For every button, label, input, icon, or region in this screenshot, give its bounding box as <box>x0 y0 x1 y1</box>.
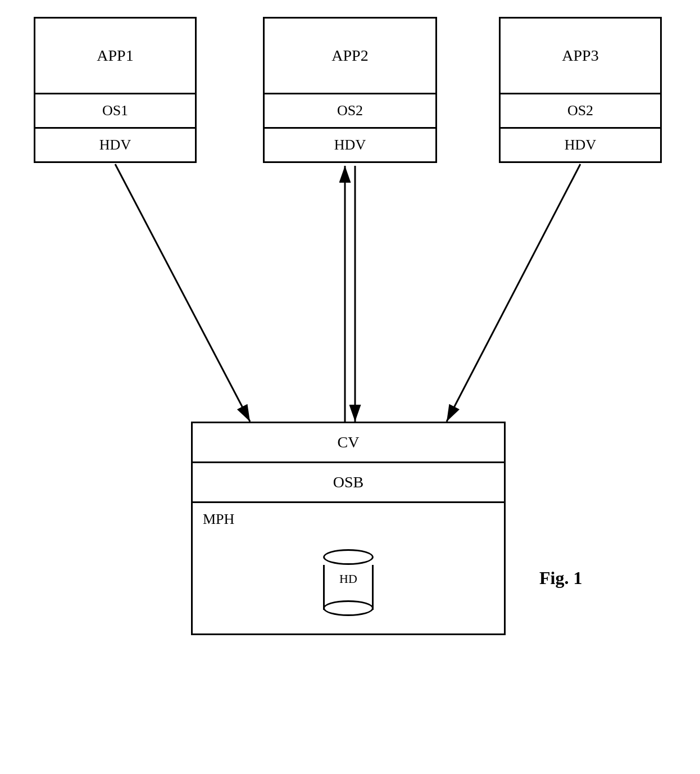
vm1-app-label: APP1 <box>35 19 195 94</box>
cylinder-top <box>323 549 374 565</box>
vm3-box: APP3 OS2 HDV <box>499 17 662 163</box>
arrow-vm1-to-main <box>115 164 250 422</box>
vm2-hdv-label: HDV <box>265 129 435 161</box>
vm3-app-label: APP3 <box>501 19 660 94</box>
osb-label: OSB <box>193 463 504 503</box>
arrow-vm3-to-main <box>447 164 580 422</box>
vm1-box: APP1 OS1 HDV <box>34 17 197 163</box>
hd-cylinder: HD <box>323 549 374 610</box>
mph-label: MPH <box>203 511 494 528</box>
hd-label: HD <box>339 572 357 586</box>
cylinder-bottom <box>323 600 374 616</box>
mph-section: MPH HD <box>193 503 504 627</box>
vm1-os-label: OS1 <box>35 94 195 129</box>
diagram: APP1 OS1 HDV APP2 OS2 HDV APP3 OS2 HDV C… <box>0 0 700 774</box>
figure-label: Fig. 1 <box>539 568 582 589</box>
vm1-hdv-label: HDV <box>35 129 195 161</box>
vm2-box: APP2 OS2 HDV <box>263 17 437 163</box>
vm3-hdv-label: HDV <box>501 129 660 161</box>
cv-label: CV <box>193 423 504 463</box>
vm2-app-label: APP2 <box>265 19 435 94</box>
main-box: CV OSB MPH HD <box>191 422 506 635</box>
vm2-os-label: OS2 <box>265 94 435 129</box>
vm3-os-label: OS2 <box>501 94 660 129</box>
